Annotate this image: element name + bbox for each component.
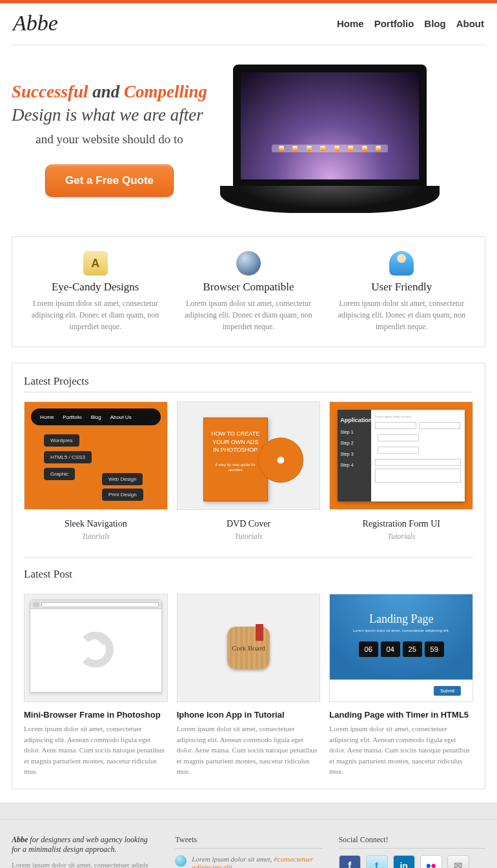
dvd-sub: A step by step guide for newbies: [209, 462, 262, 473]
hero-headline: Successful and Compelling Design is what…: [12, 80, 207, 127]
get-quote-button[interactable]: Get a Free Quote: [45, 165, 174, 197]
post-excerpt: Lorem ipsum dolor sit amet, consectetuer…: [329, 723, 473, 777]
timer-cell: 25: [403, 641, 422, 657]
globe-icon: [236, 251, 261, 276]
projects-grid: Home Portfolio Blog About Us Wordpres HT…: [24, 401, 473, 541]
thumb-nav-item: Home: [40, 414, 54, 420]
thumb-pill: Graphic: [44, 468, 75, 480]
design-icon: [83, 251, 108, 276]
user-icon: [389, 251, 414, 276]
feature-designs: Eye-Candy Designs Lorem ipsum dolor sit …: [19, 251, 172, 332]
projects-heading: Latest Projects: [24, 375, 473, 392]
landing-sub: Lorem ipsum dolor sit amet, consectetuer…: [353, 629, 449, 632]
countdown-timer: 06 04 25 59: [359, 641, 444, 657]
hero-word-1: Successful: [12, 82, 88, 101]
post-thumb: [24, 594, 168, 702]
form-step: Step 1: [340, 427, 369, 438]
post-thumb: Cork Board: [177, 594, 321, 702]
twitter-icon: [175, 855, 187, 867]
project-title: Registration Form UI: [329, 519, 473, 529]
main-nav: Home Portfolio Blog About: [337, 18, 484, 29]
thumb-nav-item: Blog: [91, 414, 101, 420]
submit-button: Submit: [434, 686, 461, 696]
nav-portfolio[interactable]: Portfolio: [374, 18, 414, 29]
timer-cell: 06: [359, 641, 378, 657]
project-title: Sleek Navigation: [24, 519, 168, 529]
social-heading: Social Connect!: [339, 835, 485, 849]
footer-tweets: Tweets Lorem ipsum dolor sit amet, #cons…: [175, 835, 321, 869]
footer-about: Abbe for designers and web agency lookin…: [12, 835, 158, 869]
project-thumb: HOW TO CREATE YOUR OWN ADS IN PHOTOSHOPA…: [177, 401, 321, 510]
form-step: Step 3: [340, 449, 369, 459]
post-card[interactable]: Landing Page Lorem ipsum dolor sit amet,…: [329, 594, 473, 777]
app-icon: Cork Board: [227, 627, 270, 669]
post-thumb: Landing Page Lorem ipsum dolor sit amet,…: [329, 594, 473, 702]
tweet-item: Lorem ipsum dolor sit amet, #consectetue…: [175, 855, 321, 869]
flickr-icon[interactable]: ••: [420, 855, 442, 869]
hero-word-2: and: [92, 82, 119, 101]
reload-icon: [77, 632, 114, 668]
nav-about[interactable]: About: [456, 18, 484, 29]
thumb-pill: Print Design: [102, 489, 143, 501]
post-title: Landing Page with Timer in HTML5: [329, 710, 473, 720]
footer-social: Social Connect! f t in •• ✉: [339, 835, 485, 869]
feature-title: User Friendly: [333, 281, 471, 294]
feature-text: Lorem ipsum dolor sit amet, consectetur …: [26, 298, 164, 332]
posts-grid: Mini-Browser Frame in Photoshop Lorem ip…: [24, 594, 473, 777]
nav-blog[interactable]: Blog: [424, 18, 445, 29]
thumb-pill: Web Design: [102, 473, 143, 485]
dvd-title: HOW TO CREATE YOUR OWN ADS IN PHOTOSHOP: [209, 430, 262, 454]
feature-user: User Friendly Lorem ipsum dolor sit amet…: [325, 251, 478, 332]
project-card[interactable]: Home Portfolio Blog About Us Wordpres HT…: [24, 401, 168, 541]
footer: Abbe for designers and web agency lookin…: [0, 819, 497, 869]
feature-browser: Browser Compatible Lorem ipsum dolor sit…: [172, 251, 325, 332]
ribbon-icon: [256, 624, 263, 641]
features-row: Eye-Candy Designs Lorem ipsum dolor sit …: [12, 236, 485, 347]
twitter-icon[interactable]: t: [366, 855, 388, 869]
hero-subline: and your website should do to: [12, 132, 207, 146]
thumb-nav-item: Portfolio: [63, 414, 81, 420]
form-step: Step 4: [340, 459, 369, 470]
thumb-pill: HTML5 / CSS3: [44, 451, 92, 463]
footer-about-text: Lorem ipsum dolor sit amet, consectetuer…: [12, 860, 158, 869]
project-category: Tutorials: [329, 532, 473, 541]
mail-icon[interactable]: ✉: [447, 855, 469, 869]
nav-home[interactable]: Home: [337, 18, 364, 29]
post-title: Iphone Icon App in Tutorial: [177, 710, 321, 720]
project-card[interactable]: Application Step 1 Step 2 Step 3 Step 4 …: [329, 401, 473, 541]
project-card[interactable]: HOW TO CREATE YOUR OWN ADS IN PHOTOSHOPA…: [177, 401, 321, 541]
header: Abbe Home Portfolio Blog About: [12, 3, 485, 45]
project-thumb: Application Step 1 Step 2 Step 3 Step 4 …: [329, 401, 473, 510]
footer-about-line: Abbe for designers and web agency lookin…: [12, 835, 158, 854]
post-title: Mini-Browser Frame in Photoshop: [24, 710, 168, 720]
feature-text: Lorem ipsum dolor sit amet, consectetur …: [333, 298, 471, 332]
content-panel: Latest Projects Home Portfolio Blog Abou…: [12, 363, 485, 789]
divider: [24, 557, 473, 558]
hero-word-3: Compelling: [124, 82, 207, 101]
project-category: Tutorials: [24, 532, 168, 541]
project-thumb: Home Portfolio Blog About Us Wordpres HT…: [24, 401, 168, 510]
project-title: DVD Cover: [177, 519, 321, 529]
tweets-heading: Tweets: [175, 835, 321, 849]
hero-line2: Design is what we are after: [12, 105, 203, 125]
landing-title: Landing Page: [369, 612, 433, 626]
feature-title: Browser Compatible: [179, 281, 317, 294]
posts-heading: Latest Post: [24, 568, 473, 585]
hero-laptop-image: [220, 65, 440, 213]
thumb-pill: Wordpres: [44, 434, 79, 447]
logo[interactable]: Abbe: [13, 11, 58, 35]
hero: Successful and Compelling Design is what…: [12, 45, 485, 219]
tweet-text: Lorem ipsum dolor sit amet,: [192, 855, 274, 863]
disc-icon: [258, 438, 303, 483]
form-step: Step 2: [340, 438, 369, 449]
post-card[interactable]: Mini-Browser Frame in Photoshop Lorem ip…: [24, 594, 168, 777]
post-excerpt: Lorem ipsum dolor sit amet, consectetuer…: [177, 723, 321, 777]
project-category: Tutorials: [177, 532, 321, 541]
timer-cell: 04: [381, 641, 400, 657]
post-card[interactable]: Cork Board Iphone Icon App in Tutorial L…: [177, 594, 321, 777]
linkedin-icon[interactable]: in: [393, 855, 415, 869]
thumb-nav-item: About Us: [110, 414, 132, 420]
form-header: Application: [340, 414, 369, 427]
facebook-icon[interactable]: f: [339, 855, 361, 869]
timer-cell: 59: [425, 641, 444, 657]
